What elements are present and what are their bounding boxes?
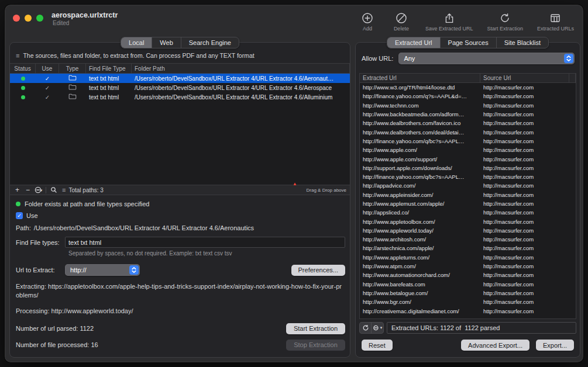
table-row[interactable]: http://www.apple.com/ http://macsurfer.c… — [360, 146, 576, 154]
remove-url-button[interactable]: ▾ — [372, 323, 383, 333]
allow-url-dropdown[interactable]: Any — [398, 53, 575, 64]
sources-tabs: Local Web Search Engine — [10, 37, 350, 49]
table-row[interactable]: http://www.appletoolbox.com/ http://macs… — [360, 217, 576, 226]
table-row[interactable]: ✓ text txt html /Users/roberto/DevelSand… — [10, 92, 350, 102]
row-extracted-url: http://www.appleworld.today/ — [360, 226, 480, 235]
table-row[interactable]: http://www.w3.org/TR/html4/loose.dtd htt… — [360, 83, 576, 92]
table-row[interactable]: http://www.apple.com/support/ http://mac… — [360, 154, 576, 163]
table-row[interactable]: http://www.barefeats.com http://macsurfe… — [360, 280, 576, 289]
table-row[interactable]: http://www.dealbrothers.com/deal/detai… … — [360, 127, 576, 136]
popup-stepper-icon — [564, 54, 573, 63]
tab-search-engine[interactable]: Search Engine — [181, 37, 239, 48]
table-row[interactable]: http://www.applemust.com/apple/ http://m… — [360, 199, 576, 208]
path-row: Path: /Users/roberto/DevelSandbox/URL Ex… — [16, 224, 345, 231]
add-path-button[interactable]: + — [12, 186, 22, 195]
table-row[interactable]: http://www.appleworld.today/ http://macs… — [360, 226, 576, 235]
extracted-table-body[interactable]: http://www.w3.org/TR/html4/loose.dtd htt… — [360, 83, 576, 318]
column-header-blank — [569, 74, 576, 82]
row-extracted-url: http://finance.yahoo.com/q/bc?s=AAPL… — [360, 172, 480, 181]
toolbar-item-label: Save Extracted URL — [425, 26, 473, 32]
extracted-urls-button[interactable]: Extracted URLs — [537, 12, 574, 32]
column-header-extracted-url[interactable]: Extracted Url — [360, 74, 480, 82]
table-row[interactable]: http://finance.yahoo.com/q/bc?s=AAPL… ht… — [360, 172, 576, 181]
table-columns-icon — [549, 12, 561, 24]
tab-page-sources[interactable]: Page Sources — [441, 37, 497, 48]
folder-icon — [68, 75, 77, 82]
find-file-types-label: Find File types: — [16, 239, 65, 246]
row-source-url: http://macsurfer.com — [480, 101, 569, 110]
table-row[interactable]: http://www.appleinsider.com/ http://macs… — [360, 191, 576, 199]
advanced-export-button[interactable]: Advanced Export... — [461, 340, 529, 351]
table-row[interactable]: http://creativemac.digitalmedianet.com/ … — [360, 306, 576, 315]
close-button[interactable] — [13, 15, 20, 22]
table-row[interactable]: http://finance.yahoo.com/q?s=AAPL&d=… ht… — [360, 92, 576, 101]
table-row[interactable]: http://support.apple.com/downloads/ http… — [360, 164, 576, 172]
toolbar-divider — [46, 187, 46, 193]
row-status-cell — [10, 92, 36, 102]
zoom-button[interactable] — [36, 15, 43, 22]
row-extracted-url: http://www.dealbrothers.com/deal/detai… — [360, 127, 480, 136]
row-type-cell — [59, 83, 86, 92]
column-header-use[interactable]: Use — [36, 64, 59, 73]
file-processed-row: Number of file processed: 16 Stop Extrac… — [16, 338, 345, 351]
sources-table-body[interactable]: ✓ text txt html /Users/roberto/DevelSand… — [10, 74, 350, 185]
row-source-url: http://macsurfer.com — [480, 127, 569, 136]
table-row[interactable]: http://appsliced.co/ http://macsurfer.co… — [360, 208, 576, 217]
column-header-type[interactable]: Type — [59, 64, 86, 73]
row-blank-cell — [569, 208, 576, 217]
action-menu-icon[interactable]: ≡ — [62, 187, 66, 193]
preferences-button[interactable]: Preferences... — [291, 265, 345, 276]
table-row[interactable]: http://www.architosh.com/ http://macsurf… — [360, 235, 576, 244]
slash-circle-icon — [396, 12, 407, 24]
start-extraction-button[interactable]: Start Extraction — [286, 323, 345, 334]
tab-site-blacklist[interactable]: Site Blacklist — [497, 37, 548, 48]
search-button[interactable] — [49, 186, 59, 195]
table-row[interactable]: http://www.betalogue.com/ http://macsurf… — [360, 289, 576, 297]
url-scheme-dropdown[interactable]: http:// — [65, 264, 140, 276]
remove-all-button[interactable]: ▾ — [33, 186, 43, 195]
start-extraction-toolbar-button[interactable]: Start Extraction — [487, 12, 523, 32]
remove-path-button[interactable]: − — [23, 186, 33, 195]
chevron-down-icon: ▾ — [380, 326, 383, 330]
delete-button[interactable]: Delete — [391, 12, 411, 32]
table-row[interactable]: http://arstechnica.com/apple/ http://mac… — [360, 244, 576, 252]
table-row[interactable]: http://www.dealbrothers.com/favicon.ico … — [360, 119, 576, 127]
table-row[interactable]: ✓ text txt html /Users/roberto/DevelSand… — [10, 74, 350, 83]
tab-web[interactable]: Web — [152, 37, 181, 48]
refresh-icon — [499, 12, 511, 24]
export-button[interactable]: Export... — [536, 340, 574, 351]
column-header-status[interactable]: Status — [10, 64, 36, 73]
column-header-source-url[interactable]: Source Url — [480, 74, 569, 82]
use-checkbox[interactable]: ✓ — [16, 212, 23, 219]
add-button[interactable]: Add — [357, 12, 377, 32]
row-source-url: http://macsurfer.com — [480, 271, 569, 279]
table-row[interactable]: http://www.backbeatmedia.com/adform… htt… — [360, 110, 576, 119]
table-row[interactable]: http://www.atpm.com/ http://macsurfer.co… — [360, 262, 576, 271]
find-file-types-row: Find File types: — [16, 237, 345, 248]
table-row[interactable]: http://www.appleturns.com/ http://macsur… — [360, 253, 576, 262]
row-source-url: http://macsurfer.com — [480, 110, 569, 119]
column-header-find-file-type[interactable]: Find File Type — [86, 64, 132, 73]
table-row[interactable]: http://www.automationorchard.com/ http:/… — [360, 271, 576, 279]
tab-local[interactable]: Local — [121, 37, 152, 48]
table-row[interactable]: ✓ text txt html /Users/roberto/DevelSand… — [10, 83, 350, 92]
table-row[interactable]: http://appadvice.com/ http://macsurfer.c… — [360, 181, 576, 190]
tab-extracted-url[interactable]: Extracted Url — [387, 37, 441, 48]
find-file-types-input[interactable] — [65, 237, 345, 248]
row-source-url: http://macsurfer.com — [480, 244, 569, 252]
row-blank-cell — [569, 297, 576, 306]
minimize-button[interactable] — [25, 15, 32, 22]
row-extracted-url: http://www.apple.com/ — [360, 146, 480, 154]
row-source-url: http://macsurfer.com — [480, 146, 569, 154]
total-paths: ≡ Total paths: 3 — [62, 187, 104, 193]
table-row[interactable]: http://www.bgr.com/ http://macsurfer.com — [360, 297, 576, 306]
reset-button[interactable]: Reset — [362, 340, 393, 351]
save-extracted-url-button[interactable]: Save Extracted URL — [425, 12, 473, 32]
main-content: Local Web Search Engine ≡ The sources, f… — [5, 36, 583, 362]
refresh-list-button[interactable] — [360, 323, 372, 333]
row-blank-cell — [569, 253, 576, 262]
table-row[interactable]: http://www.technn.com http://macsurfer.c… — [360, 101, 576, 110]
stop-extraction-button[interactable]: Stop Extraction — [286, 340, 345, 351]
table-row[interactable]: http://finance.yahoo.com/q/bc?s=AAPL… ht… — [360, 137, 576, 146]
column-header-folder-path[interactable]: Folder Path — [132, 64, 350, 73]
